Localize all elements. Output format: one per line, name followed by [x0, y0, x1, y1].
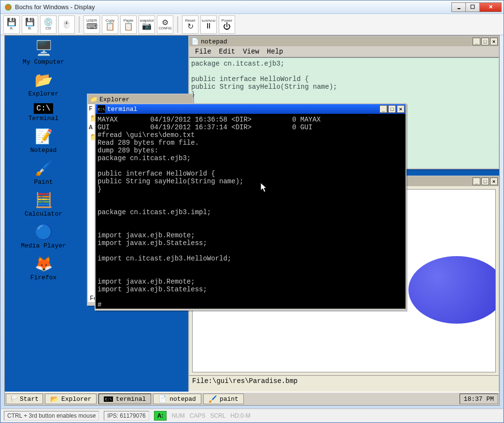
terminal-titlebar[interactable]: C:\ terminal _ □ × [96, 104, 406, 114]
status-num: NUM [171, 412, 184, 419]
paint-icon: 🖌️ [35, 160, 53, 177]
firefox-icon: 🦊 [35, 255, 53, 273]
terminal-icon: C:\ [98, 105, 105, 113]
notepad-icon: 📄 [191, 38, 199, 45]
status-ips: IPS: 61179076 [104, 411, 149, 421]
notepad-menu-edit[interactable]: Edit [215, 47, 239, 56]
paint-icon: 🖌️ [209, 395, 217, 403]
svg-point-0 [5, 4, 11, 10]
notepad-close-button[interactable]: × [490, 38, 498, 45]
desktop-icon-terminal[interactable]: C:\Terminal [10, 103, 77, 122]
terminal-minimize-button[interactable]: _ [379, 105, 387, 113]
paint-status-bar: File:\gui\res\Paradise.bmp [189, 375, 499, 386]
notepad-titlebar[interactable]: 📄 notepad _ □ × [189, 37, 499, 46]
status-hd: HD:0-M [230, 412, 250, 419]
toolbar-snapshot[interactable]: snapshot📷 [139, 15, 155, 34]
bochs-window: Bochs for Windows - Display 💾A: 💾B: 💿CD … [0, 0, 504, 423]
explorer-title: Explorer [99, 96, 191, 103]
bochs-titlebar[interactable]: Bochs for Windows - Display [0, 0, 504, 14]
start-button[interactable]: 🏳️ Start [6, 394, 43, 404]
terminal-maximize-button[interactable]: □ [388, 105, 396, 113]
terminal-title: terminal [107, 106, 378, 113]
close-button[interactable] [479, 2, 502, 12]
terminal-icon: C:\ [104, 396, 112, 402]
toolbar-copy[interactable]: Copy📋 [102, 15, 118, 34]
notepad-menu-view[interactable]: View [239, 47, 263, 56]
notepad-title: notepad [201, 38, 472, 45]
desktop-icon-notepad[interactable]: 📝Notepad [10, 128, 77, 154]
toolbar-power[interactable]: Power⏻ [219, 15, 235, 34]
toolbar-config[interactable]: ⚙CONFIG [157, 15, 173, 34]
status-scrl: SCRL [210, 412, 225, 419]
notepad-menu-bar: File Edit View Help [189, 46, 499, 57]
status-caps: CAPS [190, 412, 206, 419]
toolbar-mouse[interactable]: 🖱️ [58, 15, 75, 34]
minimize-button[interactable] [451, 2, 466, 12]
toolbar-floppy-a[interactable]: 💾A: [3, 15, 20, 34]
desktop-icon-media-player[interactable]: 🔵Media Player [10, 223, 77, 249]
paint-close-button[interactable]: × [490, 177, 498, 185]
notepad-maximize-button[interactable]: □ [481, 38, 489, 45]
media-player-icon: 🔵 [35, 223, 53, 241]
folder-icon: 📂 [35, 71, 53, 89]
terminal-window[interactable]: C:\ terminal _ □ × MAYAX 04/19/2012 16:3… [95, 103, 406, 311]
notepad-icon: 📝 [35, 128, 53, 146]
maximize-button[interactable] [465, 2, 480, 12]
desktop-icon-firefox[interactable]: 🦊Firefox [10, 255, 77, 281]
paint-minimize-button[interactable]: _ [473, 177, 480, 185]
terminal-close-button[interactable]: × [397, 105, 405, 113]
calculator-icon: 🧮 [35, 191, 53, 209]
desktop-icon-my-computer[interactable]: 🖥️My Computer [10, 40, 77, 66]
folder-icon: 📂 [50, 395, 58, 403]
bochs-title: Bochs for Windows - Display [15, 3, 452, 11]
toolbar-suspend[interactable]: SUSPEND⏸ [200, 15, 217, 34]
toolbar-cdrom[interactable]: 💿CD [40, 15, 56, 34]
folder-icon: 📁 [90, 96, 98, 103]
start-icon: 🏳️ [10, 395, 18, 403]
toolbar-reset[interactable]: Reset↻ [182, 15, 198, 34]
desktop-icon-calculator[interactable]: 🧮Calculator [10, 191, 77, 218]
status-mouse-hint: CTRL + 3rd button enables mouse [4, 411, 99, 421]
desktop-icons: 🖥️My Computer 📂Explorer C:\Terminal 📝Not… [10, 40, 77, 281]
taskbar-item-explorer[interactable]: 📂Explorer [45, 394, 97, 404]
status-drive-led: A: [154, 411, 167, 421]
taskbar: 🏳️ Start 📂Explorer C:\terminal 📄notepad … [5, 392, 499, 405]
taskbar-item-terminal[interactable]: C:\terminal [98, 394, 151, 404]
terminal-output[interactable]: MAYAX 04/19/2012 16:36:58 <DIR> 0 MAYAX … [96, 114, 406, 309]
taskbar-item-notepad[interactable]: 📄notepad [153, 394, 201, 404]
notepad-icon: 📄 [158, 395, 167, 403]
computer-icon: 🖥️ [35, 40, 53, 57]
taskbar-clock: 18:37 PM [460, 394, 498, 404]
desktop-icon-explorer[interactable]: 📂Explorer [10, 71, 77, 97]
bochs-icon [4, 3, 12, 11]
explorer-titlebar[interactable]: 📁 Explorer [88, 95, 192, 104]
paint-image-content [408, 256, 496, 324]
bochs-status-bar: CTRL + 3rd button enables mouse IPS: 611… [1, 409, 503, 422]
notepad-minimize-button[interactable]: _ [473, 38, 480, 45]
taskbar-item-paint[interactable]: 🖌️paint [203, 394, 244, 404]
notepad-menu-file[interactable]: File [191, 47, 215, 56]
toolbar-paste[interactable]: Paste📋 [120, 15, 137, 34]
notepad-menu-help[interactable]: Help [263, 47, 287, 56]
paint-maximize-button[interactable]: □ [481, 177, 489, 185]
toolbar-floppy-b[interactable]: 💾B: [22, 15, 38, 34]
guest-desktop[interactable]: 🖥️My Computer 📂Explorer C:\Terminal 📝Not… [4, 35, 500, 406]
desktop-icon-paint[interactable]: 🖌️Paint [10, 160, 77, 186]
bochs-toolbar: 💾A: 💾B: 💿CD 🖱️ USER⌨ Copy📋 Paste📋 snapsh… [0, 14, 504, 35]
terminal-icon: C:\ [34, 103, 54, 114]
toolbar-user[interactable]: USER⌨ [84, 15, 100, 34]
